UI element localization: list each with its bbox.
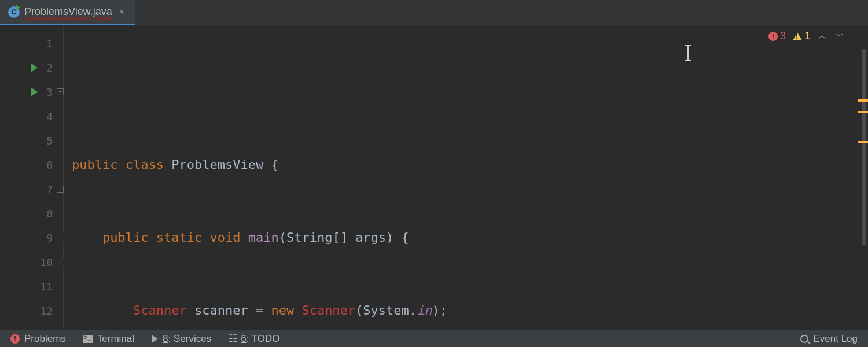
class-file-icon: C <box>8 6 20 18</box>
fold-end-icon <box>57 259 64 265</box>
error-badge[interactable]: ! 3 <box>768 30 786 42</box>
close-icon[interactable]: × <box>117 6 127 19</box>
error-count: 3 <box>780 30 786 42</box>
line-number: 7 <box>46 183 53 195</box>
tool-label: Problems <box>24 333 66 345</box>
error-stripe-mark[interactable] <box>858 141 868 143</box>
run-icon[interactable] <box>31 87 38 97</box>
line-number: 5 <box>46 135 53 147</box>
warning-count: 1 <box>804 30 810 42</box>
warning-badge[interactable]: 1 <box>793 30 810 42</box>
line-number: 6 <box>46 159 53 171</box>
line-number: 2 <box>46 62 53 74</box>
error-stripe-mark[interactable] <box>858 111 868 113</box>
fold-end-icon <box>57 234 64 241</box>
error-icon: ! <box>768 32 778 41</box>
tab-bar: C ProblemsView.java × <box>0 0 868 25</box>
line-number: 3 <box>46 86 53 98</box>
line-number: 12 <box>40 305 53 317</box>
tab-filename: ProblemsView.java <box>24 6 112 18</box>
gutter: 1 2 3 4 5 6 7 8 9 10 11 12 <box>0 25 64 330</box>
error-stripe[interactable] <box>858 25 868 330</box>
editor-tab-active[interactable]: C ProblemsView.java × <box>0 0 135 25</box>
editor: 1 2 3 4 5 6 7 8 9 10 11 12 public class … <box>0 25 868 330</box>
run-icon[interactable] <box>31 63 38 72</box>
line-number: 10 <box>40 256 53 268</box>
fold-icon[interactable] <box>57 186 64 193</box>
text-cursor-icon <box>687 45 689 61</box>
line-number: 9 <box>46 232 53 244</box>
line-number: 1 <box>46 38 53 50</box>
search-icon <box>800 335 808 343</box>
code-area[interactable]: public class ProblemsView { public stati… <box>64 25 868 330</box>
inspection-summary[interactable]: ! 3 1 ︿ ﹀ <box>768 30 845 42</box>
line-number: 4 <box>46 110 53 123</box>
line-number: 11 <box>40 280 53 293</box>
fold-icon[interactable] <box>57 88 64 95</box>
warning-icon <box>793 32 802 40</box>
tool-problems[interactable]: ! Problems <box>10 333 66 345</box>
chevron-down-icon[interactable]: ﹀ <box>834 31 845 42</box>
error-icon: ! <box>10 334 20 344</box>
scrollbar-thumb[interactable] <box>862 49 866 245</box>
chevron-up-icon[interactable]: ︿ <box>817 31 827 42</box>
terminal-icon <box>83 335 93 343</box>
line-number: 8 <box>46 208 53 220</box>
error-stripe-mark[interactable] <box>858 99 868 102</box>
